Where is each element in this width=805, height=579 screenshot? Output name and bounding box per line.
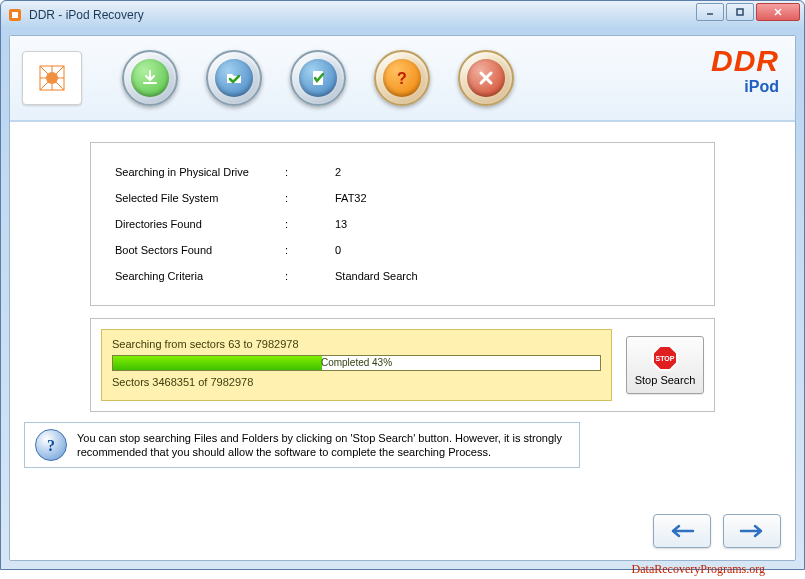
svg-rect-3 <box>737 9 743 15</box>
app-icon <box>7 7 23 23</box>
svg-rect-1 <box>12 12 18 18</box>
logo-icon <box>34 60 70 96</box>
stop-search-button[interactable]: STOP Stop Search <box>626 336 704 394</box>
window-title: DDR - iPod Recovery <box>29 8 798 22</box>
brand-block: DDR iPod <box>711 44 779 96</box>
stat-value: 2 <box>335 166 690 178</box>
progress-percent-label: Completed 43% <box>113 357 600 368</box>
titlebar[interactable]: DDR - iPod Recovery <box>1 1 804 29</box>
stat-row: Boot Sectors Found:0 <box>115 237 690 263</box>
stat-label: Searching Criteria <box>115 270 285 282</box>
sector-current-text: Sectors 3468351 of 7982978 <box>112 376 601 388</box>
close-button[interactable] <box>756 3 800 21</box>
svg-point-11 <box>46 72 58 84</box>
info-bar: ? You can stop searching Files and Folde… <box>24 422 580 468</box>
content-area: ? DDR iPod Searching in Physical Drive:2… <box>9 35 796 561</box>
toolbar-save-button[interactable] <box>122 50 178 106</box>
question-icon: ? <box>392 68 412 88</box>
maximize-button[interactable] <box>726 3 754 21</box>
toolbar-cancel-button[interactable] <box>458 50 514 106</box>
arrow-right-icon <box>737 523 767 539</box>
toolbar-help-button[interactable]: ? <box>374 50 430 106</box>
svg-text:STOP: STOP <box>656 355 675 362</box>
stat-value: FAT32 <box>335 192 690 204</box>
stat-row: Searching Criteria:Standard Search <box>115 263 690 289</box>
toolbar-verify-button[interactable] <box>290 50 346 106</box>
brand-product: iPod <box>711 78 779 96</box>
stat-label: Directories Found <box>115 218 285 230</box>
stat-value: 0 <box>335 244 690 256</box>
stop-icon: STOP <box>651 344 679 372</box>
stat-label: Boot Sectors Found <box>115 244 285 256</box>
header-panel: ? DDR iPod <box>10 36 795 122</box>
stats-panel: Searching in Physical Drive:2 Selected F… <box>90 142 715 306</box>
window-controls <box>696 3 800 21</box>
stat-row: Searching in Physical Drive:2 <box>115 159 690 185</box>
app-window: DDR - iPod Recovery <box>0 0 805 570</box>
stat-row: Selected File System:FAT32 <box>115 185 690 211</box>
progress-box: Searching from sectors 63 to 7982978 Com… <box>101 329 612 401</box>
progress-panel: Searching from sectors 63 to 7982978 Com… <box>90 318 715 412</box>
brand-name: DDR <box>711 44 779 78</box>
minimize-button[interactable] <box>696 3 724 21</box>
book-check-icon <box>308 68 328 88</box>
folder-open-icon <box>224 68 244 88</box>
toolbar: ? <box>122 50 514 106</box>
footer-link[interactable]: DataRecoveryPrograms.org <box>632 562 765 577</box>
nav-buttons <box>653 514 781 548</box>
info-icon: ? <box>35 429 67 461</box>
info-text: You can stop searching Files and Folders… <box>77 431 569 460</box>
svg-text:?: ? <box>397 70 407 87</box>
stat-label: Searching in Physical Drive <box>115 166 285 178</box>
stat-row: Directories Found:13 <box>115 211 690 237</box>
stat-value: 13 <box>335 218 690 230</box>
download-icon <box>140 68 160 88</box>
next-button[interactable] <box>723 514 781 548</box>
back-button[interactable] <box>653 514 711 548</box>
stop-label: Stop Search <box>635 374 696 386</box>
cancel-icon <box>476 68 496 88</box>
arrow-left-icon <box>667 523 697 539</box>
logo-box <box>22 51 82 105</box>
stat-label: Selected File System <box>115 192 285 204</box>
svg-text:?: ? <box>47 437 55 454</box>
sector-range-text: Searching from sectors 63 to 7982978 <box>112 338 601 350</box>
toolbar-open-button[interactable] <box>206 50 262 106</box>
progress-bar: Completed 43% <box>112 355 601 371</box>
stat-value: Standard Search <box>335 270 690 282</box>
